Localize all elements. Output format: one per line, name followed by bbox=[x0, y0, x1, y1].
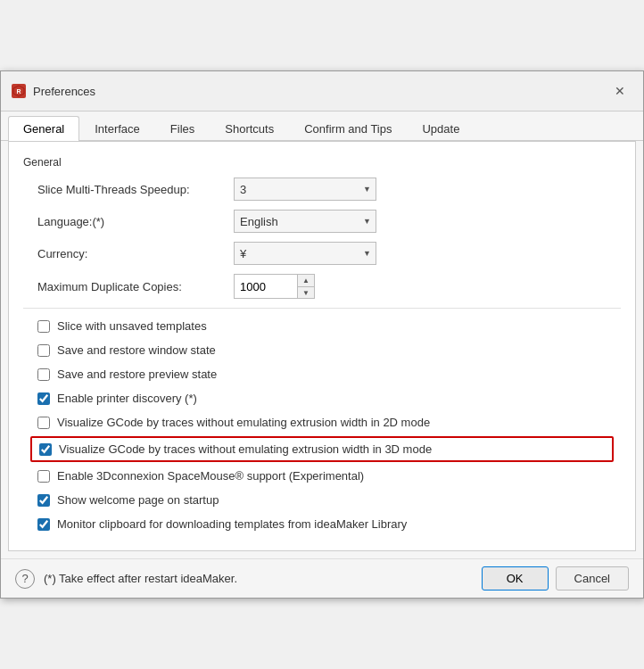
spinbox-buttons: ▲ ▼ bbox=[297, 275, 314, 298]
preferences-dialog: R Preferences ✕ General Interface Files … bbox=[0, 70, 644, 599]
enable-spacemouse-label: Enable 3Dconnexion SpaceMouse® support (… bbox=[57, 469, 364, 483]
checkbox-save-restore-window: Save and restore window state bbox=[23, 338, 621, 362]
enable-printer-discovery-label: Enable printer discovery (*) bbox=[57, 392, 197, 405]
enable-printer-discovery-checkbox[interactable] bbox=[37, 392, 50, 405]
currency-select-wrap: ¥ bbox=[234, 242, 376, 265]
tab-shortcuts[interactable]: Shortcuts bbox=[210, 116, 289, 141]
show-welcome-label: Show welcome page on startup bbox=[57, 493, 219, 507]
slice-multithreads-select[interactable]: 3 bbox=[234, 178, 376, 201]
divider-1 bbox=[23, 308, 621, 309]
max-duplicate-label: Maximum Duplicate Copies: bbox=[37, 280, 234, 293]
title-bar: R Preferences ✕ bbox=[1, 71, 643, 112]
save-restore-preview-label: Save and restore preview state bbox=[57, 368, 217, 381]
checkbox-save-restore-preview: Save and restore preview state bbox=[23, 362, 621, 386]
checkbox-enable-printer-discovery: Enable printer discovery (*) bbox=[23, 386, 621, 410]
monitor-clipboard-checkbox[interactable] bbox=[37, 518, 50, 531]
language-select[interactable]: English bbox=[234, 210, 376, 233]
max-duplicate-spinbox: ▲ ▼ bbox=[234, 274, 315, 299]
dialog-title: Preferences bbox=[33, 85, 95, 98]
tab-files[interactable]: Files bbox=[155, 116, 210, 141]
slice-multithreads-label: Slice Multi-Threads Speedup: bbox=[37, 183, 234, 196]
tab-interface[interactable]: Interface bbox=[79, 116, 155, 141]
visualize-gcode-2d-checkbox[interactable] bbox=[37, 417, 50, 429]
visualize-gcode-3d-label: Visualize GCode by traces without emulat… bbox=[59, 442, 432, 456]
visualize-gcode-3d-checkbox[interactable] bbox=[39, 443, 52, 456]
checkbox-slice-unsaved: Slice with unsaved templates bbox=[23, 314, 621, 338]
spinbox-increment[interactable]: ▲ bbox=[298, 275, 314, 286]
save-restore-window-checkbox[interactable] bbox=[37, 344, 50, 357]
svg-text:R: R bbox=[16, 88, 21, 95]
close-button[interactable]: ✕ bbox=[607, 78, 632, 103]
slice-unsaved-label: Slice with unsaved templates bbox=[57, 319, 207, 333]
max-duplicate-row: Maximum Duplicate Copies: ▲ ▼ bbox=[23, 274, 621, 299]
footer-left: ? (*) Take effect after restart ideaMake… bbox=[15, 569, 237, 589]
currency-label: Currency: bbox=[37, 247, 234, 260]
enable-spacemouse-checkbox[interactable] bbox=[37, 470, 50, 483]
max-duplicate-input[interactable] bbox=[235, 275, 297, 298]
currency-select[interactable]: ¥ bbox=[234, 242, 376, 265]
language-row: Language:(*) English bbox=[23, 210, 621, 233]
tab-content: General Slice Multi-Threads Speedup: 3 L… bbox=[8, 141, 636, 551]
checkbox-enable-spacemouse: Enable 3Dconnexion SpaceMouse® support (… bbox=[23, 464, 621, 488]
visualize-gcode-2d-label: Visualize GCode by traces without emulat… bbox=[57, 416, 430, 429]
dialog-footer: ? (*) Take effect after restart ideaMake… bbox=[1, 558, 643, 598]
checkbox-visualize-gcode-3d: Visualize GCode by traces without emulat… bbox=[32, 438, 612, 460]
tab-bar: General Interface Files Shortcuts Confir… bbox=[1, 112, 643, 141]
spinbox-decrement[interactable]: ▼ bbox=[298, 286, 314, 298]
save-restore-preview-checkbox[interactable] bbox=[37, 368, 50, 381]
checkbox-show-welcome: Show welcome page on startup bbox=[23, 488, 621, 512]
currency-row: Currency: ¥ bbox=[23, 242, 621, 265]
language-label: Language:(*) bbox=[37, 215, 234, 228]
section-general-label: General bbox=[23, 156, 621, 169]
slice-unsaved-checkbox[interactable] bbox=[37, 320, 50, 333]
cancel-button[interactable]: Cancel bbox=[556, 566, 629, 591]
checkbox-monitor-clipboard: Monitor clipboard for downloading templa… bbox=[23, 512, 621, 536]
tab-general[interactable]: General bbox=[8, 116, 79, 141]
app-icon: R bbox=[12, 84, 26, 98]
highlight-box-visualize-gcode-3d: Visualize GCode by traces without emulat… bbox=[30, 436, 614, 462]
checkbox-visualize-gcode-2d: Visualize GCode by traces without emulat… bbox=[23, 410, 621, 434]
footer-buttons: OK Cancel bbox=[482, 566, 629, 591]
title-bar-left: R Preferences bbox=[12, 84, 95, 98]
show-welcome-checkbox[interactable] bbox=[37, 494, 50, 507]
language-select-wrap: English bbox=[234, 210, 376, 233]
save-restore-window-label: Save and restore window state bbox=[57, 343, 216, 357]
slice-multithreads-row: Slice Multi-Threads Speedup: 3 bbox=[23, 178, 621, 201]
ok-button[interactable]: OK bbox=[482, 566, 549, 591]
help-icon[interactable]: ? bbox=[15, 569, 35, 589]
monitor-clipboard-label: Monitor clipboard for downloading templa… bbox=[57, 517, 407, 531]
slice-multithreads-select-wrap: 3 bbox=[234, 178, 376, 201]
tab-update[interactable]: Update bbox=[407, 116, 475, 141]
tab-confirm-and-tips[interactable]: Confirm and Tips bbox=[289, 116, 407, 141]
footer-note: (*) Take effect after restart ideaMaker. bbox=[44, 572, 237, 585]
